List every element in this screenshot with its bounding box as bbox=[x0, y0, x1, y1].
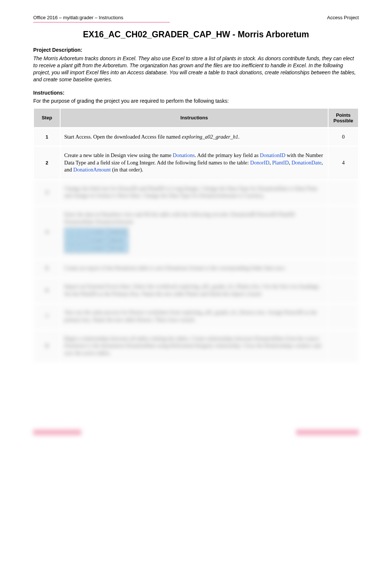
instruction-cell: Start Access. Open the downloaded Access… bbox=[61, 128, 328, 146]
table-row-blurred: 8 Begin a relationships between all tabl… bbox=[34, 330, 358, 362]
header-left: Office 2016 – myitlab:grader – Instructi… bbox=[33, 15, 123, 20]
text: Create a new table in Design view using … bbox=[64, 152, 173, 158]
instructions-table: Step Instructions Points Possible 1 Star… bbox=[33, 108, 359, 363]
points-cell bbox=[329, 259, 358, 277]
table-row-blurred: 5 Create an export of the Donations tabl… bbox=[34, 259, 358, 277]
instruction-cell: Import an External Excel sheet. Select t… bbox=[61, 278, 328, 303]
table-row-blurred: 6 Import an External Excel sheet. Select… bbox=[34, 278, 358, 303]
points-cell: 0 bbox=[329, 128, 358, 146]
instruction-cell: Change the field size for DonorID and Pl… bbox=[61, 180, 328, 205]
keyword: PlantID bbox=[272, 160, 289, 166]
table-row: 2 Create a new table in Design view usin… bbox=[34, 147, 358, 179]
step-number: 7 bbox=[34, 304, 60, 329]
keyword: Donations bbox=[173, 152, 195, 158]
filename: exploring_a02_grader_h1. bbox=[182, 134, 240, 140]
step-number: 4 bbox=[34, 206, 60, 258]
keyword: DonationID bbox=[260, 152, 285, 158]
header-right: Access Project bbox=[327, 15, 359, 20]
points-cell bbox=[329, 278, 358, 303]
page-footer bbox=[33, 429, 359, 435]
instruction-cell: Create a new table in Design view using … bbox=[61, 147, 328, 179]
text: Enter the data in Datasheet view and fil… bbox=[64, 211, 295, 225]
points-cell bbox=[329, 330, 358, 362]
step-number: 6 bbox=[34, 278, 60, 303]
table-row-blurred: 4 Enter the data in Datasheet view and f… bbox=[34, 206, 358, 258]
instruction-cell: Begin a relationships between all tables… bbox=[61, 330, 328, 362]
step-number: 2 bbox=[34, 147, 60, 179]
th-instructions: Instructions bbox=[61, 109, 328, 127]
footer-right-block bbox=[296, 429, 359, 435]
keyword: DonationAmount bbox=[73, 167, 111, 173]
text: Start Access. Open the downloaded Access… bbox=[64, 134, 182, 140]
instructions-intro: For the purpose of grading the project y… bbox=[33, 98, 359, 104]
table-row: 1 Start Access. Open the downloaded Acce… bbox=[34, 128, 358, 146]
step-number: 1 bbox=[34, 128, 60, 146]
instructions-heading: Instructions: bbox=[33, 90, 359, 96]
project-description: The Morris Arboretum tracks donors in Ex… bbox=[33, 55, 359, 83]
th-step: Step bbox=[34, 109, 60, 127]
points-cell: 4 bbox=[329, 147, 358, 179]
header-underline bbox=[33, 22, 170, 23]
footer-left-block bbox=[33, 429, 81, 435]
th-points: Points Possible bbox=[329, 109, 358, 127]
instruction-cell: Enter the data in Datasheet view and fil… bbox=[61, 206, 328, 258]
inner-data-table: 1111/1/2017$100.00 2221/2/2017$50.00 333… bbox=[64, 228, 128, 253]
table-row-blurred: 3 Change the field size for DonorID and … bbox=[34, 180, 358, 205]
text: (in that order). bbox=[111, 167, 143, 173]
page-title: EX16_AC_CH02_GRADER_CAP_HW - Morris Arbo… bbox=[33, 30, 359, 40]
step-number: 8 bbox=[34, 330, 60, 362]
page-header: Office 2016 – myitlab:grader – Instructi… bbox=[33, 15, 359, 20]
points-cell bbox=[329, 304, 358, 329]
text: . Add the primary key field as bbox=[195, 152, 260, 158]
step-number: 5 bbox=[34, 259, 60, 277]
keyword: DonationDate bbox=[292, 160, 321, 166]
points-cell bbox=[329, 206, 358, 258]
step-number: 3 bbox=[34, 180, 60, 205]
keyword: DonorID bbox=[250, 160, 269, 166]
table-header-row: Step Instructions Points Possible bbox=[34, 109, 358, 127]
project-description-heading: Project Description: bbox=[33, 47, 359, 53]
instruction-cell: Create an export of the Donations table … bbox=[61, 259, 328, 277]
table-row-blurred: 7 Also use the same process for Donors w… bbox=[34, 304, 358, 329]
points-cell bbox=[329, 180, 358, 205]
text: , bbox=[289, 160, 291, 166]
instruction-cell: Also use the same process for Donors wor… bbox=[61, 304, 328, 329]
